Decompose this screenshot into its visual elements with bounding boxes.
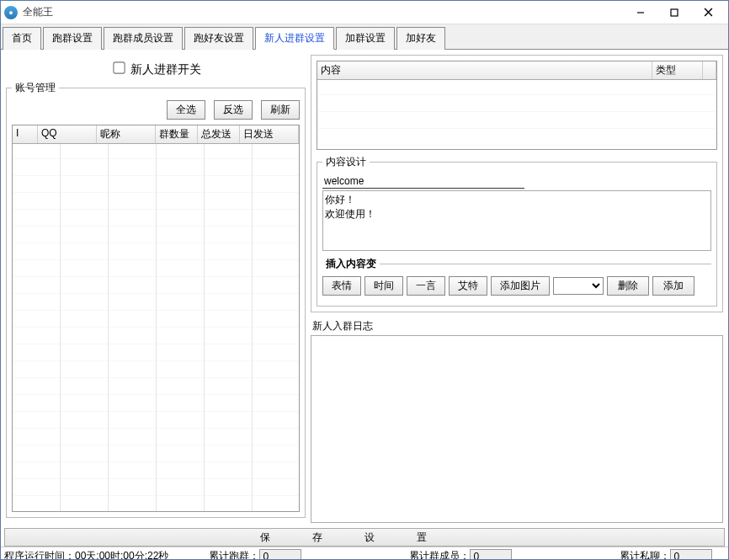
content-set-group: 内容设计 插入内容变 表情 时间 一言 艾特 添加图片 删除 添加 <box>317 155 717 307</box>
tab-add-friend[interactable]: 加好友 <box>396 27 445 50</box>
svg-rect-0 <box>671 9 678 16</box>
status-bar: 程序运行时间： 00天:00时:00分:22秒 累计跑群： 累计群成员： 累计私… <box>1 547 728 560</box>
content-title-input[interactable] <box>322 174 524 189</box>
add-button[interactable]: 添加 <box>652 276 694 296</box>
tab-add-group[interactable]: 加群设置 <box>336 27 395 50</box>
select-all-button[interactable]: 全选 <box>167 100 205 120</box>
tab-bar: 首页 跑群设置 跑群成员设置 跑好友设置 新人进群设置 加群设置 加好友 <box>1 24 728 50</box>
col-spacer <box>703 61 716 79</box>
insert-emoji-button[interactable]: 表情 <box>322 276 361 296</box>
pm-label: 累计私聊： <box>620 549 670 560</box>
members-label: 累计群成员： <box>409 549 470 560</box>
content-message-textarea[interactable] <box>322 190 711 251</box>
maximize-button[interactable] <box>657 1 691 24</box>
col-groups[interactable]: 群数量 <box>156 125 198 143</box>
col-content[interactable]: 内容 <box>317 61 652 79</box>
insert-legend: 插入内容变 <box>322 257 380 271</box>
col-nick[interactable]: 昵称 <box>97 125 156 143</box>
titlebar: ● 全能王 <box>1 1 728 24</box>
refresh-button[interactable]: 刷新 <box>261 100 300 120</box>
newcomer-switch-checkbox[interactable] <box>113 61 125 73</box>
insert-at-button[interactable]: 艾特 <box>449 276 487 296</box>
run-group-label: 累计跑群： <box>209 549 259 560</box>
insert-add-image-button[interactable]: 添加图片 <box>491 276 550 296</box>
tab-newcomer[interactable]: 新人进群设置 <box>255 27 334 50</box>
run-group-value <box>259 549 301 561</box>
log-label: 新人入群日志 <box>312 319 723 333</box>
delete-button[interactable]: 删除 <box>607 276 649 296</box>
tab-home[interactable]: 首页 <box>3 27 41 50</box>
content-list-group: 内容 类型 内容设计 插入内容变 表情 时间 一言 艾特 添加图片 <box>311 55 723 312</box>
save-settings-button[interactable]: 保存设置 <box>4 528 725 547</box>
pm-value <box>670 549 712 561</box>
tab-run-group[interactable]: 跑群设置 <box>43 27 102 50</box>
minimize-button[interactable] <box>624 1 657 24</box>
tab-run-friends[interactable]: 跑好友设置 <box>184 27 253 50</box>
members-value <box>470 549 512 561</box>
newcomer-switch-row: 新人进群开关 <box>6 55 306 81</box>
newcomer-switch-label: 新人进群开关 <box>130 62 201 76</box>
col-total-sent[interactable]: 总发送 <box>198 125 240 143</box>
content-table[interactable]: 内容 类型 <box>317 61 717 150</box>
insert-time-button[interactable]: 时间 <box>364 276 403 296</box>
content-select[interactable] <box>553 277 604 295</box>
col-type[interactable]: 类型 <box>652 61 703 79</box>
account-legend: 账号管理 <box>12 81 59 95</box>
app-icon: ● <box>4 6 18 19</box>
runtime-label: 程序运行时间： <box>4 549 75 560</box>
account-table[interactable]: I QQ 昵称 群数量 总发送 日发送 <box>12 125 300 512</box>
log-box[interactable] <box>311 335 723 523</box>
tab-run-group-members[interactable]: 跑群成员设置 <box>104 27 183 50</box>
newcomer-switch[interactable]: 新人进群开关 <box>110 62 202 76</box>
close-button[interactable] <box>691 1 725 24</box>
account-table-header: I QQ 昵称 群数量 总发送 日发送 <box>13 125 299 144</box>
account-group: 账号管理 全选 反选 刷新 I QQ 昵称 群数量 总发送 日发送 <box>6 81 306 518</box>
col-qq[interactable]: QQ <box>38 125 97 143</box>
col-daily-sent[interactable]: 日发送 <box>240 125 299 143</box>
col-index[interactable]: I <box>13 125 38 143</box>
window-title: 全能王 <box>23 5 53 19</box>
content-set-legend: 内容设计 <box>322 155 370 169</box>
runtime-value: 00天:00时:00分:22秒 <box>75 549 168 560</box>
invert-select-button[interactable]: 反选 <box>214 100 253 120</box>
insert-oneword-button[interactable]: 一言 <box>407 276 445 296</box>
insert-group: 插入内容变 表情 时间 一言 艾特 添加图片 删除 添加 <box>322 257 711 296</box>
content-table-header: 内容 类型 <box>317 61 716 80</box>
